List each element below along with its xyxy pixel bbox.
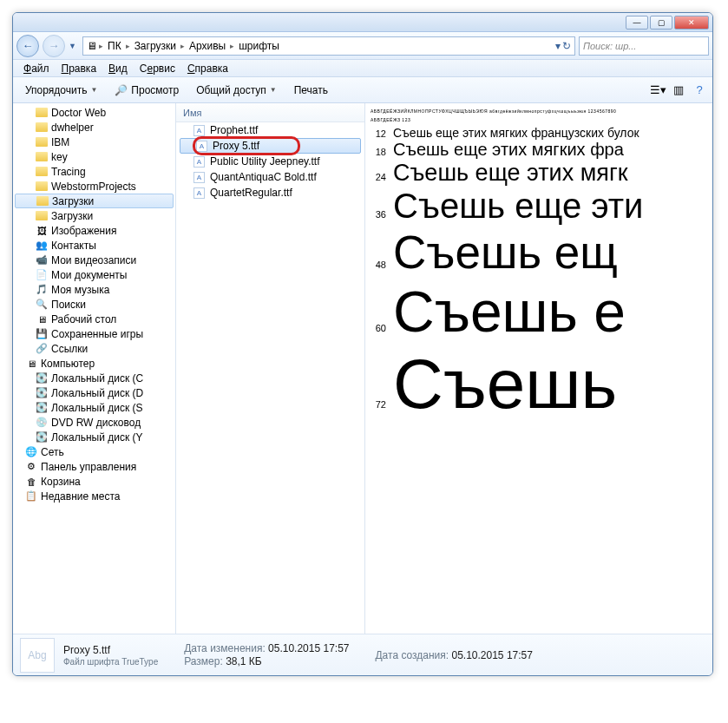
file-item[interactable]: AQuartetRegular.ttf bbox=[176, 185, 364, 200]
tree-item[interactable]: 🖥Рабочий стол bbox=[13, 312, 175, 326]
system-icon: 💽 bbox=[36, 431, 48, 444]
file-label: QuantAntiquaC Bold.ttf bbox=[210, 171, 317, 183]
bc-seg[interactable]: Загрузки bbox=[132, 40, 179, 52]
tree-item[interactable]: 🔗Ссылки bbox=[13, 341, 175, 356]
close-button[interactable]: ✕ bbox=[674, 16, 709, 30]
tree-item[interactable]: 📋Недавние места bbox=[13, 489, 175, 503]
tree-item[interactable]: 🗑Корзина bbox=[13, 474, 175, 489]
preview-size: 60 bbox=[371, 323, 386, 333]
tree-item[interactable]: 💽Локальный диск (Y bbox=[13, 430, 175, 444]
nav-history-drop[interactable]: ▼ bbox=[69, 42, 79, 50]
back-button[interactable]: ← bbox=[16, 35, 39, 57]
folder-icon bbox=[36, 181, 48, 191]
tree-item[interactable]: 💿DVD RW дисковод bbox=[13, 415, 175, 430]
tree-item[interactable]: 🔍Поиски bbox=[13, 297, 175, 312]
system-icon: 💽 bbox=[36, 402, 48, 414]
tree-item[interactable]: IBM bbox=[13, 135, 175, 149]
folder-tree[interactable]: Doctor WebdwhelperIBMkeyTracingWebstormP… bbox=[13, 103, 176, 634]
system-icon: 👥 bbox=[36, 240, 48, 252]
folder-icon bbox=[36, 211, 48, 220]
chevron-icon: ▸ bbox=[126, 42, 130, 50]
address-bar[interactable]: 🖥 ▸ ПК ▸ Загрузки ▸ Архивы ▸ шрифты ▾ ↻ bbox=[82, 36, 575, 56]
tree-item[interactable]: dwhelper bbox=[13, 120, 175, 135]
tree-item[interactable]: 💽Локальный диск (D bbox=[13, 385, 175, 400]
tree-label: WebstormProjects bbox=[51, 181, 136, 193]
tree-item[interactable]: 🌐Сеть bbox=[13, 444, 175, 459]
tree-label: IBM bbox=[51, 136, 69, 148]
tree-item[interactable]: 💾Сохраненные игры bbox=[13, 326, 175, 341]
preview-charset: АБВГДЕЁЖЗИЙКЛМНОПРСТУФХЦЧШЩЪЫЬЭЮЯ абвгде… bbox=[371, 108, 712, 114]
share-button[interactable]: Общий доступ▼ bbox=[189, 82, 284, 99]
tree-item[interactable]: 🖼Изображения bbox=[13, 223, 175, 238]
preview-row: 48Съешь ещ bbox=[371, 226, 712, 279]
tree-label: Локальный диск (Y bbox=[51, 431, 143, 444]
tree-item[interactable]: Загрузки bbox=[13, 208, 175, 223]
tree-item[interactable]: Doctor Web bbox=[13, 105, 175, 120]
maximize-button[interactable]: ▢ bbox=[650, 16, 672, 30]
magnify-icon: 🔎 bbox=[115, 84, 128, 96]
menu-bar: Файл Правка Вид Сервис Справка bbox=[13, 60, 712, 77]
tree-item[interactable]: ⚙Панель управления bbox=[13, 459, 175, 474]
col-name[interactable]: Имя bbox=[176, 103, 364, 122]
tree-item[interactable]: Tracing bbox=[13, 164, 175, 179]
tree-item[interactable]: 💽Локальный диск (S bbox=[13, 400, 175, 415]
file-item[interactable]: AProxy 5.ttf bbox=[180, 138, 361, 154]
file-item[interactable]: APublic Utility Jeepney.ttf bbox=[176, 154, 364, 169]
preview-text: Съешь еще этих мягких фра bbox=[393, 140, 624, 160]
preview-size: 36 bbox=[371, 209, 386, 220]
file-label: Proxy 5.ttf bbox=[213, 140, 259, 152]
tree-label: Мои документы bbox=[51, 269, 127, 281]
organize-button[interactable]: Упорядочить▼ bbox=[18, 82, 104, 99]
preview-row: 12Съешь еще этих мягких французских було… bbox=[371, 126, 712, 140]
menu-help[interactable]: Справка bbox=[182, 61, 233, 76]
file-label: QuartetRegular.ttf bbox=[210, 187, 292, 199]
refresh-icon[interactable]: ↻ bbox=[562, 40, 571, 52]
system-icon: 🗑 bbox=[25, 476, 37, 488]
preview-button[interactable]: 🔎Просмотр bbox=[108, 82, 186, 99]
addr-dropdown-icon[interactable]: ▾ bbox=[555, 40, 561, 52]
folder-icon bbox=[36, 122, 48, 132]
file-item[interactable]: AQuantAntiquaC Bold.ttf bbox=[176, 169, 364, 185]
search-input[interactable]: Поиск: шр... bbox=[579, 36, 709, 56]
tree-item[interactable]: 🎵Моя музыка bbox=[13, 282, 175, 297]
tree-item[interactable]: Загрузки bbox=[15, 194, 174, 208]
menu-tools[interactable]: Сервис bbox=[134, 61, 180, 76]
file-item[interactable]: AProphet.ttf bbox=[176, 122, 364, 138]
forward-button[interactable]: → bbox=[43, 35, 65, 57]
preview-text: Съешь еще этих мягк bbox=[393, 160, 628, 187]
tree-item[interactable]: WebstormProjects bbox=[13, 179, 175, 194]
bc-seg[interactable]: ПК bbox=[105, 40, 124, 52]
folder-icon bbox=[36, 137, 48, 147]
preview-text: Съешь ещ bbox=[393, 226, 618, 279]
tree-item[interactable]: key bbox=[13, 149, 175, 164]
views-button[interactable]: ☰▾ bbox=[650, 82, 666, 98]
bc-seg[interactable]: шрифты bbox=[236, 40, 282, 52]
toolbar: Упорядочить▼ 🔎Просмотр Общий доступ▼ Печ… bbox=[13, 77, 712, 103]
tree-item[interactable]: 📹Мои видеозаписи bbox=[13, 253, 175, 267]
menu-file[interactable]: Файл bbox=[18, 61, 55, 76]
file-label: Public Utility Jeepney.ttf bbox=[210, 155, 320, 168]
system-icon: ⚙ bbox=[25, 461, 37, 473]
print-button[interactable]: Печать bbox=[287, 82, 335, 99]
font-file-icon: A bbox=[193, 125, 205, 136]
menu-edit[interactable]: Правка bbox=[56, 61, 102, 76]
minimize-button[interactable]: — bbox=[626, 16, 648, 30]
system-icon: 💽 bbox=[36, 387, 48, 399]
tree-item[interactable]: 📄Мои документы bbox=[13, 267, 175, 282]
tree-item[interactable]: 🖥Компьютер bbox=[13, 356, 175, 371]
bc-seg[interactable]: Архивы bbox=[187, 40, 228, 52]
tree-item[interactable]: 💽Локальный диск (C bbox=[13, 371, 175, 385]
system-icon: 📹 bbox=[36, 254, 48, 266]
preview-pane-button[interactable]: ▥ bbox=[671, 82, 686, 98]
file-list[interactable]: Имя AProphet.ttfAProxy 5.ttfAPublic Util… bbox=[176, 103, 365, 634]
help-button[interactable]: ? bbox=[692, 82, 707, 98]
tree-label: Tracing bbox=[51, 166, 86, 178]
tree-label: Корзина bbox=[41, 476, 81, 488]
titlebar: — ▢ ✕ bbox=[13, 13, 712, 32]
menu-view[interactable]: Вид bbox=[103, 61, 133, 76]
tree-label: Изображения bbox=[51, 225, 116, 237]
preview-row: 72Съешь bbox=[371, 345, 712, 424]
tree-label: Недавние места bbox=[41, 490, 120, 503]
preview-charset: АБВГДЕЁЖЗ 123 bbox=[371, 117, 712, 122]
tree-item[interactable]: 👥Контакты bbox=[13, 238, 175, 253]
